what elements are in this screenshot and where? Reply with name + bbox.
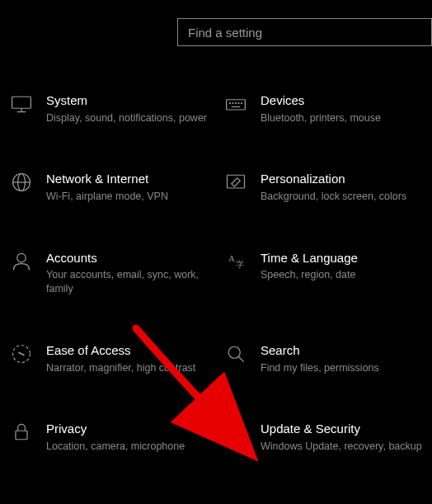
tile-search[interactable]: Search Find my files, permissions: [224, 342, 432, 374]
tile-text: System Display, sound, notifications, po…: [46, 92, 224, 125]
svg-rect-0: [12, 97, 31, 108]
tile-personalization[interactable]: Personalization Background, lock screen,…: [224, 171, 432, 203]
tile-text: Ease of Access Narrator, magnifier, high…: [46, 342, 224, 374]
globe-icon: [10, 171, 46, 194]
tile-text: Accounts Your accounts, email, sync, wor…: [46, 250, 224, 296]
tile-title: Personalization: [261, 171, 430, 187]
tile-text: Personalization Background, lock screen,…: [261, 171, 432, 203]
tile-title: Search: [261, 342, 430, 359]
tile-desc: Background, lock screen, colors: [261, 190, 430, 204]
svg-point-18: [228, 346, 240, 358]
svg-text:字: 字: [236, 260, 244, 269]
tile-desc: Wi-Fi, airplane mode, VPN: [46, 190, 216, 204]
tile-desc: Your accounts, email, sync, work, family: [46, 268, 216, 296]
svg-rect-3: [227, 100, 246, 110]
svg-point-5: [232, 103, 233, 104]
tile-privacy[interactable]: Privacy Location, camera, microphone: [10, 421, 224, 453]
tile-time-language[interactable]: A字 Time & Language Speech, region, date: [224, 250, 432, 296]
tile-text: Search Find my files, permissions: [261, 342, 432, 374]
search-input[interactable]: [177, 18, 432, 46]
tile-network[interactable]: Network & Internet Wi-Fi, airplane mode,…: [10, 171, 224, 203]
tile-text: Privacy Location, camera, microphone: [46, 421, 224, 453]
svg-line-19: [239, 357, 244, 362]
search-icon: [224, 342, 261, 365]
svg-point-14: [17, 253, 26, 262]
tile-title: Update & Security: [261, 421, 430, 437]
paintbrush-icon: [224, 171, 261, 194]
svg-rect-20: [16, 431, 27, 440]
tile-text: Devices Bluetooth, printers, mouse: [261, 92, 432, 125]
lock-icon: [10, 421, 46, 444]
tile-update-security[interactable]: Update & Security Windows Update, recove…: [224, 421, 432, 453]
svg-point-4: [230, 103, 231, 104]
tile-title: Network & Internet: [46, 171, 216, 187]
tile-desc: Bluetooth, printers, mouse: [261, 111, 430, 125]
tile-title: Ease of Access: [46, 342, 216, 359]
search-container: [177, 18, 432, 46]
tile-ease-of-access[interactable]: Ease of Access Narrator, magnifier, high…: [10, 342, 224, 374]
language-icon: A字: [224, 250, 261, 273]
tile-desc: Find my files, permissions: [261, 361, 430, 375]
tile-text: Update & Security Windows Update, recove…: [261, 421, 432, 453]
tile-title: Privacy: [46, 421, 216, 437]
svg-point-8: [242, 103, 242, 104]
tile-desc: Speech, region, date: [261, 268, 430, 282]
sync-icon: [224, 421, 261, 444]
person-icon: [10, 250, 46, 273]
tile-desc: Display, sound, notifications, power: [46, 111, 216, 125]
tile-title: Time & Language: [261, 250, 430, 266]
tile-accounts[interactable]: Accounts Your accounts, email, sync, wor…: [10, 250, 224, 296]
svg-rect-13: [228, 176, 245, 189]
tile-title: Accounts: [46, 250, 216, 266]
tile-desc: Narrator, magnifier, high contrast: [46, 361, 216, 375]
tile-desc: Windows Update, recovery, backup: [261, 440, 430, 454]
svg-text:A: A: [228, 254, 235, 263]
accessibility-icon: [10, 342, 46, 365]
display-icon: [10, 92, 46, 115]
tile-devices[interactable]: Devices Bluetooth, printers, mouse: [224, 92, 432, 125]
settings-grid: System Display, sound, notifications, po…: [10, 92, 432, 454]
tile-text: Time & Language Speech, region, date: [261, 250, 432, 282]
svg-point-6: [236, 103, 237, 104]
tile-system[interactable]: System Display, sound, notifications, po…: [10, 92, 224, 125]
tile-title: System: [46, 92, 216, 109]
tile-title: Devices: [261, 92, 430, 109]
keyboard-icon: [224, 92, 261, 115]
tile-desc: Location, camera, microphone: [46, 440, 216, 454]
svg-point-7: [238, 103, 239, 104]
tile-text: Network & Internet Wi-Fi, airplane mode,…: [46, 171, 224, 203]
